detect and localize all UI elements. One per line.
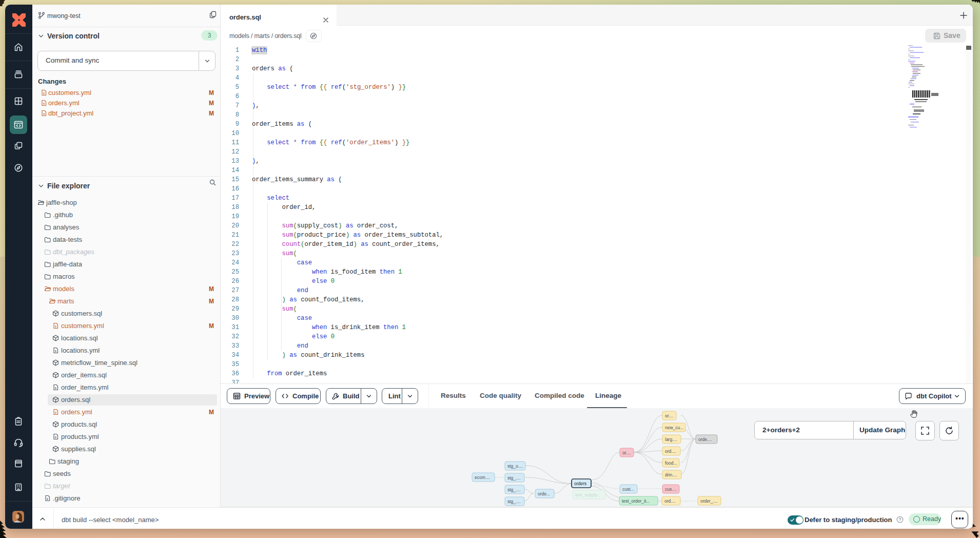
svg-text:stg_....: stg_.... (507, 487, 521, 492)
svg-text:ecom....: ecom.... (475, 475, 490, 480)
svg-text:or....: or.... (665, 413, 674, 418)
svg-text:test_order_it...: test_order_it... (622, 498, 650, 504)
svg-text:order_....: order_.... (700, 498, 718, 504)
svg-text:larg....: larg.... (665, 437, 677, 442)
svg-text:drin....: drin.... (665, 472, 677, 477)
svg-text:orde...: orde... (538, 491, 550, 496)
svg-text:stg_....: stg_.... (507, 475, 521, 481)
svg-text:cus....: cus.... (665, 487, 677, 492)
svg-text:cust...: cust... (622, 487, 634, 492)
svg-text:ord....: ord.... (665, 449, 676, 454)
svg-text:food...: food... (665, 460, 677, 466)
svg-text:ord....: ord.... (664, 498, 676, 504)
svg-text:or....: or.... (622, 450, 631, 455)
svg-text:new_cu...: new_cu... (665, 425, 683, 430)
svg-text:orde....: orde.... (698, 437, 712, 442)
svg-text:stg_o....: stg_o.... (507, 464, 523, 469)
svg-text:stg_....: stg_.... (507, 499, 521, 504)
svg-text:orders: orders (574, 481, 586, 486)
svg-text:test_supply...: test_supply... (575, 492, 600, 497)
